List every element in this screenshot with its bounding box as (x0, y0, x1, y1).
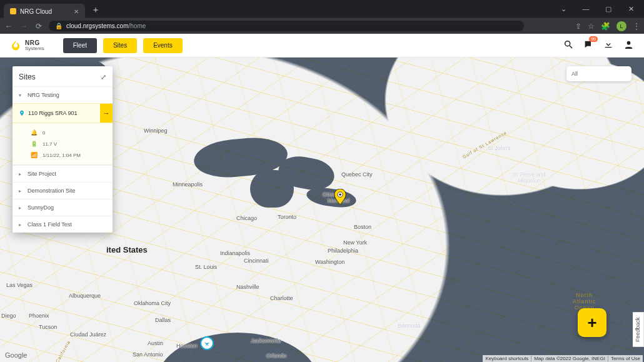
site-name: 110 Riggs SRA 901 (28, 104, 100, 123)
reload-icon[interactable]: ⟳ (34, 22, 44, 31)
add-site-button[interactable]: + (578, 308, 606, 337)
maximize-icon[interactable]: ▢ (598, 5, 619, 13)
search-icon[interactable] (563, 39, 573, 51)
city-tucson: Tucson (39, 324, 57, 330)
extension-icon[interactable]: 🧩 (601, 22, 610, 31)
map-data-text: Map data ©2022 Google, INEGI (534, 356, 608, 361)
map-filter-value: All (571, 71, 578, 77)
city-philadelphia: Philadelphia (328, 248, 358, 254)
city-jacksonville: Jacksonville (251, 338, 281, 344)
site-details: 🔔 0 🔋 11.7 V 📶 1/11/22, 1:04 PM (13, 123, 113, 165)
terms-link[interactable]: Terms of Use (611, 356, 640, 361)
site-marker-active[interactable] (334, 189, 346, 205)
url-path: /home (128, 23, 146, 29)
city-toronto: Toronto (278, 214, 296, 220)
google-logo: Google (5, 351, 27, 359)
project-label: NRG Testing (28, 92, 59, 98)
city-newyork: New York (343, 239, 367, 246)
brand-line2: Systems (25, 46, 44, 51)
project-row-nrg-testing[interactable]: ▾ NRG Testing (13, 86, 113, 103)
city-charlotte: Charlotte (270, 295, 293, 301)
nav-fleet[interactable]: Fleet (63, 38, 97, 53)
city-johns: St John's (488, 145, 511, 151)
pin-icon (19, 110, 25, 116)
project-label: Demonstration Site (28, 188, 76, 194)
project-row-demonstration-site[interactable]: ▸ Demonstration Site (13, 182, 113, 199)
city-bermuda: Bermuda (398, 323, 421, 329)
city-quebec: Quebec City (341, 171, 373, 178)
new-tab-button[interactable]: ＋ (91, 4, 100, 16)
sites-panel-title: Sites (19, 73, 36, 81)
map-attribution: Keyboard shortcuts Map data ©2022 Google… (483, 355, 643, 362)
svg-point-5 (21, 112, 23, 113)
download-icon[interactable] (603, 39, 613, 51)
map[interactable]: ited States Mexico Edmonton Winnipeg Min… (0, 58, 644, 362)
alerts-value: 0 (43, 130, 45, 136)
feedback-label: Feedback (635, 317, 641, 342)
site-detail-last: 📶 1/11/22, 1:04 PM (13, 149, 113, 161)
battery-value: 11.7 V (43, 141, 57, 147)
brand-line1: NRG (25, 40, 44, 46)
browser-tab-strip: NRG Cloud ✕ ＋ ⌄ — ▢ ✕ (0, 0, 644, 18)
tab-close-icon[interactable]: ✕ (74, 8, 79, 15)
feedback-tab[interactable]: Feedback (633, 312, 644, 347)
city-nashville: Nashville (236, 284, 259, 290)
back-icon[interactable]: ← (4, 22, 14, 31)
city-cincinnati: Cincinnati (244, 258, 269, 264)
minimize-icon[interactable]: — (575, 5, 596, 13)
chevron-down-icon: ▾ (19, 93, 25, 98)
battery-icon: 🔋 (30, 141, 38, 147)
city-boston: Boston (354, 224, 371, 230)
nav-events[interactable]: Events (143, 38, 183, 53)
chevron-right-icon: ▸ (19, 222, 25, 228)
city-stlouis: St. Louis (195, 264, 217, 270)
city-minneapolis: Minneapolis (173, 181, 203, 188)
chevron-right-icon: ▸ (19, 171, 25, 177)
site-marker-secondary[interactable] (200, 336, 214, 350)
kebab-menu-icon[interactable]: ⋮ (633, 22, 640, 31)
last-value: 1/11/22, 1:04 PM (43, 153, 81, 158)
share-icon[interactable]: ⇪ (575, 22, 581, 31)
svg-point-0 (565, 41, 570, 46)
close-icon[interactable]: ✕ (620, 5, 641, 13)
plus-icon: + (587, 313, 596, 333)
star-icon[interactable]: ☆ (588, 22, 595, 31)
kb-shortcuts-link[interactable]: Keyboard shortcuts (485, 356, 531, 361)
site-row-active[interactable]: 110 Riggs SRA 901 → (13, 103, 113, 123)
city-juarez: Ciudad Juárez (70, 331, 106, 338)
city-diego: Diego (1, 313, 16, 319)
city-houston: Houston (176, 343, 198, 349)
wifi-icon: 📶 (30, 152, 38, 158)
notifications-icon[interactable]: 99 (583, 39, 593, 51)
tab-title: NRG Cloud (20, 8, 52, 15)
project-row-class1-field-test[interactable]: ▸ Class 1 Field Test (13, 216, 113, 233)
profile-avatar[interactable]: L (616, 21, 626, 31)
url-host: cloud.nrgsystems.com (66, 23, 128, 29)
project-label: Class 1 Field Test (28, 221, 72, 228)
sites-panel: Sites ⤢ ▾ NRG Testing 110 Riggs SRA 901 … (13, 66, 113, 233)
forward-icon[interactable]: → (19, 22, 29, 31)
url-field[interactable]: 🔒cloud.nrgsystems.com/home (49, 21, 524, 31)
city-washington: Washington (315, 259, 345, 265)
app-header: NRG Systems Fleet Sites Events 99 (0, 34, 644, 58)
chevron-right-icon: ▸ (19, 205, 25, 211)
city-phoenix: Phoenix (29, 313, 49, 319)
svg-point-4 (339, 194, 341, 196)
expand-icon[interactable]: ⤢ (101, 73, 106, 81)
brand-logo[interactable]: NRG Systems (10, 40, 44, 51)
account-icon[interactable] (623, 39, 634, 52)
browser-tab[interactable]: NRG Cloud ✕ (4, 4, 85, 19)
browser-address-bar: ← → ⟳ 🔒cloud.nrgsystems.com/home ⇪ ☆ 🧩 L… (0, 18, 644, 34)
site-detail-alerts: 🔔 0 (13, 127, 113, 138)
nav-sites[interactable]: Sites (103, 38, 137, 53)
project-label: SunnyDog (28, 204, 54, 211)
project-row-sunnydog[interactable]: ▸ SunnyDog (13, 199, 113, 216)
site-detail-battery: 🔋 11.7 V (13, 138, 113, 149)
city-dallas: Dallas (155, 317, 171, 323)
project-row-site-project[interactable]: ▸ Site Project (13, 165, 113, 182)
map-filter-dropdown[interactable]: All (566, 66, 631, 81)
flame-icon (10, 40, 21, 51)
open-site-button[interactable]: → (100, 104, 113, 123)
chevron-down-icon[interactable]: ⌄ (553, 5, 574, 13)
window-controls: ⌄ — ▢ ✕ (553, 5, 644, 13)
